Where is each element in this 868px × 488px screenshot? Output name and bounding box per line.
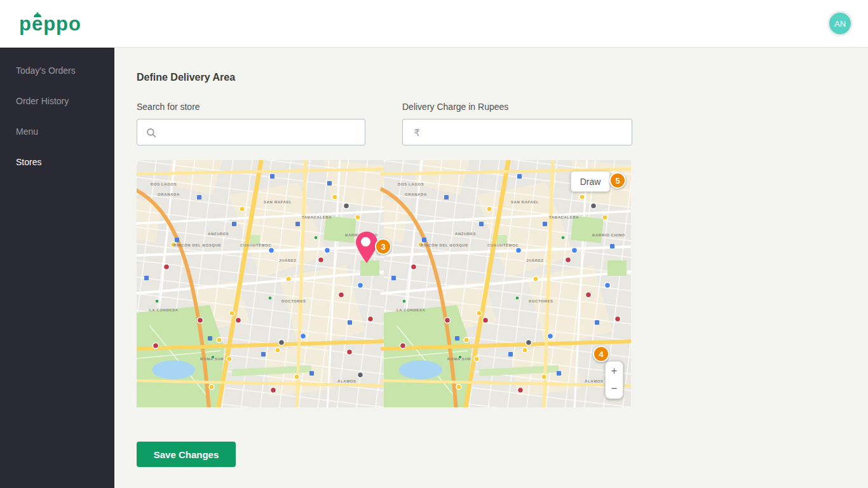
sidebar-item-order-history[interactable]: Order History xyxy=(0,86,114,116)
sidebar-item-menu[interactable]: Menu xyxy=(0,116,114,147)
app-header: peppo AN xyxy=(0,0,868,48)
store-search-input[interactable] xyxy=(163,119,360,145)
map-zoom-control: + − xyxy=(605,361,623,399)
brand-logo-text: peppo xyxy=(19,13,81,35)
map-place-label: TABACALERA xyxy=(302,215,332,219)
map-place-label: DOS LAGOS xyxy=(151,182,177,186)
map-place-label: GRANADA xyxy=(158,193,180,196)
sidebar-item-todays-orders[interactable]: Today's Orders xyxy=(0,55,114,86)
sidebar-item-label: Order History xyxy=(16,96,69,106)
page-title: Define Delivery Area xyxy=(137,72,868,83)
store-search-label: Search for store xyxy=(137,102,365,112)
map-place-label: LA CONDESA xyxy=(149,308,179,312)
map-place-label: JUÁREZ xyxy=(279,259,297,262)
tour-badge-zoom: 4 xyxy=(593,346,609,362)
avatar[interactable]: AN xyxy=(827,11,853,36)
map-canvas[interactable]: DOS LAGOS GRANADA ANZURES RINCÓN DEL BOS… xyxy=(137,160,631,407)
cloche-icon xyxy=(33,12,42,18)
store-search-field: Search for store xyxy=(137,102,365,146)
zoom-in-button[interactable]: + xyxy=(606,363,623,379)
map-place-label: ROMA SUR xyxy=(200,357,224,361)
map-place-label: RINCÓN DEL BOSQUE xyxy=(173,243,221,247)
map-image: DOS LAGOS GRANADA ANZURES RINCÓN DEL BOS… xyxy=(137,160,631,407)
tour-badge-marker: 3 xyxy=(375,238,391,255)
tour-badge-draw: 5 xyxy=(609,172,626,189)
delivery-charge-field: Delivery Charge in Rupees ₹ xyxy=(402,102,632,146)
delivery-charge-input-wrap: ₹ xyxy=(402,119,632,146)
sidebar-item-label: Menu xyxy=(16,126,38,137)
brand-logo[interactable]: peppo xyxy=(19,14,81,34)
main-content: Define Delivery Area Search for store De… xyxy=(114,48,868,488)
sidebar-item-label: Today's Orders xyxy=(16,65,76,76)
sidebar-item-label: Stores xyxy=(16,157,41,167)
map-place-label: DOCTORES xyxy=(281,299,306,303)
save-changes-button[interactable]: Save Changes xyxy=(137,442,236,467)
rupee-icon: ₹ xyxy=(410,126,423,139)
zoom-out-button[interactable]: − xyxy=(606,381,623,396)
map-place-label: ÁLAMOS xyxy=(337,379,356,383)
map-place-label: ANZURES xyxy=(208,232,229,236)
avatar-initials: AN xyxy=(829,13,851,34)
map-place-label: CUAUHTÉMOC xyxy=(240,243,271,247)
form-row: Search for store Delivery Charge in Rupe… xyxy=(137,102,868,146)
sidebar-item-stores[interactable]: Stores xyxy=(0,147,114,177)
search-icon xyxy=(145,126,158,139)
map-place-label: SAN RAFAEL xyxy=(264,200,292,204)
delivery-charge-label: Delivery Charge in Rupees xyxy=(402,102,632,112)
store-search-input-wrap xyxy=(137,119,365,146)
draw-button[interactable]: Draw xyxy=(571,171,610,192)
sidebar: Today's Orders Order History Menu Stores xyxy=(0,48,114,488)
delivery-charge-input[interactable] xyxy=(428,119,627,145)
